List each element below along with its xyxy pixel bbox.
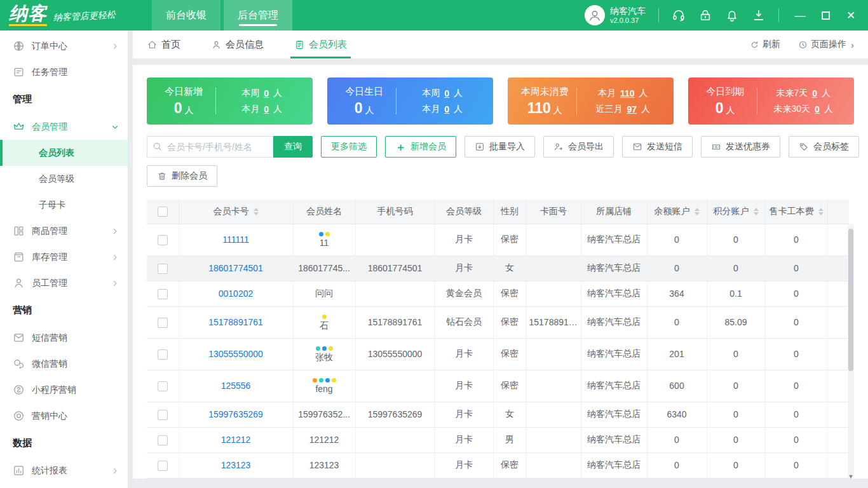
member-card-link[interactable]: 121212	[221, 435, 251, 445]
tab-home[interactable]: 首页	[147, 30, 180, 58]
stat-detail-value[interactable]: 0	[264, 88, 269, 98]
nav-tab-front-cashier[interactable]: 前台收银	[152, 0, 220, 30]
member-name-cell: 石	[293, 306, 355, 338]
goods-icon	[13, 225, 25, 237]
member-card-link[interactable]: 18601774501	[208, 263, 263, 273]
tag-dot	[329, 346, 333, 351]
row-checkbox[interactable]	[158, 461, 168, 471]
stat-detail-value[interactable]: 0	[815, 104, 820, 114]
sidebar-item-inventory-manage[interactable]: 库存管理	[0, 244, 128, 270]
sort-icon[interactable]	[818, 208, 824, 215]
row-checkbox[interactable]	[158, 235, 168, 245]
batch-import-button[interactable]: 批量导入	[465, 136, 535, 158]
maximize-button[interactable]	[820, 10, 831, 21]
table-row: 11111111月卡保密纳客汽车总店000	[147, 224, 849, 255]
column-header-points[interactable]: 积分账户	[707, 200, 765, 224]
row-checkbox[interactable]	[158, 410, 168, 420]
column-header-card_no[interactable]: 会员卡号	[179, 200, 293, 224]
points-cell: 0	[707, 370, 765, 402]
row-checkbox[interactable]	[158, 349, 168, 360]
row-checkbox[interactable]	[158, 289, 168, 299]
scrollbar-thumb[interactable]	[848, 229, 853, 371]
row-checkbox[interactable]	[158, 264, 168, 274]
sidebar-item-miniprogram-marketing[interactable]: 小程序营销	[0, 377, 128, 403]
member-export-button[interactable]: 会员导出	[543, 136, 614, 158]
column-header-face_no: 卡面号	[526, 200, 581, 224]
stat-detail-label: 本周	[241, 88, 259, 99]
member-card-link[interactable]: 13055550000	[208, 349, 263, 359]
sidebar-item-order-center[interactable]: 订单中心	[0, 33, 128, 59]
query-button[interactable]: 查询	[273, 136, 313, 158]
row-checkbox[interactable]	[158, 435, 168, 445]
bell-icon[interactable]	[725, 8, 739, 22]
sidebar-item-parent-child-card[interactable]: 子母卡	[0, 192, 128, 218]
sidebar-item-member-level[interactable]: 会员等级	[0, 166, 128, 192]
sort-icon[interactable]	[254, 208, 259, 215]
sort-icon[interactable]	[695, 208, 700, 215]
stat-unit-text: 人	[553, 105, 562, 115]
sidebar-item-task-manage[interactable]: 任务管理	[0, 59, 128, 85]
sidebar-item-data-analysis[interactable]: 数据分析	[0, 484, 128, 488]
tab-member-list[interactable]: 会员列表	[294, 30, 347, 58]
column-header-gender: 性别	[493, 200, 526, 224]
sidebar-item-stats-report[interactable]: 统计报表	[0, 458, 128, 484]
tab-member-info[interactable]: 会员信息	[211, 30, 264, 58]
scroll-down-arrow[interactable]: ▼	[848, 473, 854, 479]
sidebar-item-member-list[interactable]: 会员列表	[0, 140, 128, 166]
headset-icon[interactable]	[672, 8, 686, 22]
delete-member-button[interactable]: 删除会员	[147, 165, 217, 187]
member-tag-button[interactable]: 会员标签	[789, 136, 859, 158]
fee-cell: 0	[765, 427, 827, 452]
row-checkbox[interactable]	[158, 318, 168, 328]
sidebar-item-staff-manage[interactable]: 员工管理	[0, 270, 128, 296]
stat-detail-value[interactable]: 110	[620, 88, 635, 98]
member-card-link[interactable]: 123123	[221, 460, 251, 470]
balance-cell: 201	[647, 338, 707, 370]
sidebar-item-wechat-marketing[interactable]: 微信营销	[0, 351, 128, 377]
tag-dot	[319, 232, 323, 236]
refresh-button[interactable]: 刷新	[750, 39, 780, 50]
sidebar-item-sms-marketing[interactable]: 短信营销	[0, 325, 128, 351]
stat-detail-value[interactable]: 0	[812, 88, 817, 98]
member-card-link[interactable]: 15178891761	[208, 317, 263, 327]
lock-icon[interactable]	[698, 8, 712, 22]
column-header-balance[interactable]: 余额账户	[647, 200, 707, 224]
download-icon[interactable]	[752, 8, 766, 22]
sidebar-item-member-manage[interactable]: 会员管理	[0, 114, 128, 140]
sidebar-item-marketing-center[interactable]: 营销中心	[0, 403, 128, 429]
sort-icon[interactable]	[754, 208, 759, 215]
stat-detail-value[interactable]: 0	[264, 104, 269, 114]
nav-tab-backend-admin[interactable]: 后台管理	[224, 0, 292, 30]
member-name: 159976352...	[298, 409, 350, 419]
user-chip[interactable]: 纳客汽车 v2.0.0.37	[585, 5, 646, 25]
add-member-button[interactable]: ＋新增会员	[385, 136, 456, 158]
vertical-scrollbar[interactable]: ▼	[848, 224, 854, 478]
sidebar-item-product-manage[interactable]: 商品管理	[0, 218, 128, 244]
stat-detail-row: 本月0人	[241, 104, 282, 115]
close-button[interactable]: ✕	[845, 10, 857, 21]
page-actions-group: 刷新页面操作›	[750, 39, 854, 50]
fee-value: 0	[794, 409, 799, 419]
minimize-button[interactable]: —	[794, 10, 806, 21]
member-card-link[interactable]: 0010202	[219, 288, 254, 299]
member-card-link[interactable]: 15997635269	[208, 409, 263, 419]
stat-detail-value[interactable]: 0	[444, 104, 449, 114]
column-label: 会员等级	[446, 206, 482, 217]
stat-card-value: 110人	[513, 100, 576, 117]
column-header-fee[interactable]: 售卡工本费	[765, 200, 827, 224]
select-all-checkbox[interactable]	[158, 207, 168, 217]
send-sms-button[interactable]: 发送短信	[622, 136, 693, 158]
balance-value: 0	[674, 460, 679, 470]
page-actions-button[interactable]: 页面操作›	[798, 39, 854, 50]
mode-switch: 前台收银后台管理	[152, 0, 295, 30]
search-input[interactable]	[147, 136, 273, 158]
row-checkbox[interactable]	[158, 381, 168, 391]
stat-detail-value[interactable]: 0	[444, 88, 449, 98]
send-coupon-button[interactable]: 发送优惠券	[701, 136, 780, 158]
fee-cell: 0	[765, 281, 827, 306]
member-card-link[interactable]: 111111	[222, 234, 249, 245]
more-filters-button[interactable]: 更多筛选	[321, 136, 377, 158]
member-card-link[interactable]: 125556	[221, 381, 251, 391]
level-value: 月卡	[455, 409, 473, 419]
stat-detail-value[interactable]: 97	[627, 104, 637, 114]
